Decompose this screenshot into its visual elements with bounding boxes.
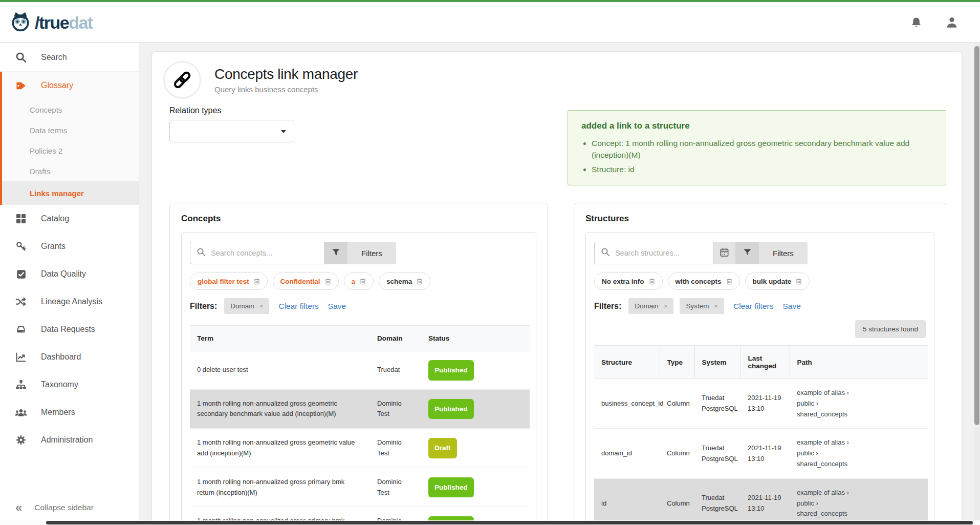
chip-label: global filter test (198, 278, 249, 285)
sidebar-item-taxonomy[interactable]: Taxonomy (0, 371, 139, 398)
structures-search-box (594, 242, 713, 264)
topbar: /truedat (0, 0, 980, 43)
trash-icon[interactable] (726, 278, 732, 285)
relation-types-select[interactable] (169, 120, 294, 142)
relation-types-field: Relation types (169, 106, 294, 142)
page-header: Concepts link manager Query links busine… (163, 61, 358, 99)
close-icon[interactable]: × (714, 302, 718, 310)
concept-table-row[interactable]: 1 month rolling non-annualized gross geo… (190, 429, 530, 468)
structure-name-cell[interactable]: id (594, 478, 660, 525)
structures-panel-title: Structures (585, 214, 934, 224)
trash-icon[interactable] (254, 278, 260, 285)
status-badge: Published (428, 360, 474, 381)
structure-filter-chip[interactable]: with concepts (668, 272, 740, 290)
sidebar-item-label: Administration (41, 435, 93, 445)
calendar-icon (720, 247, 729, 259)
chip-label: No extra info (602, 278, 644, 285)
active-filter-chip[interactable]: System × (680, 298, 724, 314)
structure-path-breadcrumb[interactable]: example of alias › public › shared_conce… (790, 478, 928, 525)
structure-path-breadcrumb[interactable]: example of alias › public › shared_conce… (790, 379, 928, 429)
structure-path-breadcrumb[interactable]: example of alias › public › shared_conce… (790, 429, 928, 478)
sidebar-item-search[interactable]: Search (0, 43, 139, 72)
sidebar-item-members[interactable]: Members (0, 398, 139, 426)
concept-domain-cell: Truedat (370, 351, 421, 390)
structures-filters-button[interactable]: Filters (759, 242, 808, 264)
structures-filter-icon-button[interactable] (735, 242, 759, 264)
sidebar-item-glossary[interactable]: Glossary (2, 72, 139, 99)
structures-filter-box: Filters No extra info with concepts (585, 232, 934, 525)
concepts-filters-button[interactable]: Filters (347, 242, 396, 264)
chevron-down-icon (281, 130, 286, 133)
structures-search-row: Filters (594, 242, 926, 264)
page-title: Concepts link manager (214, 66, 358, 82)
success-alert: added a link to a structure Concept: 1 m… (568, 110, 946, 185)
sidebar-item-dashboard[interactable]: Dashboard (0, 343, 139, 371)
users-icon (14, 407, 28, 418)
concept-filter-chip[interactable]: schema (379, 272, 430, 290)
sidebar-item-data-requests[interactable]: Data Requests (0, 316, 139, 343)
sidebar-item-administration[interactable]: Administration (0, 426, 139, 454)
horizontal-scrollbar-thumb[interactable] (46, 521, 973, 524)
sidebar-item-data-terms[interactable]: Data terms (2, 120, 139, 140)
user-icon[interactable] (945, 16, 959, 29)
concepts-search-input[interactable] (211, 249, 318, 257)
concept-term-cell[interactable]: 1 month rolling non-annualized gross geo… (190, 429, 370, 468)
save-filters-link[interactable]: Save (782, 302, 800, 311)
chip-label: schema (386, 278, 412, 285)
collapse-sidebar-button[interactable]: « Collapse sidebar (0, 496, 139, 519)
truedat-logo[interactable]: /truedat (9, 10, 93, 35)
concept-domain-cell: Dominio Test (370, 429, 421, 468)
structure-table-row[interactable]: id Column Truedat PostgreSQL 2021-11-19 … (594, 478, 928, 525)
concept-term-cell[interactable]: 1 month rolling non-annualized gross geo… (190, 389, 370, 429)
collapse-sidebar-label: Collapse sidebar (34, 503, 93, 512)
bell-icon[interactable] (910, 16, 923, 29)
sidebar-item-concepts[interactable]: Concepts (2, 99, 139, 120)
structure-filter-chip[interactable]: No extra info (594, 272, 663, 290)
sidebar-item-data-quality[interactable]: Data Quality (0, 260, 139, 288)
tray-icon (14, 324, 28, 335)
sidebar-item-policies-2[interactable]: Policies 2 (2, 140, 139, 161)
chart-icon (14, 351, 28, 363)
concept-term-cell[interactable]: 0 delete user test (190, 351, 370, 390)
vertical-scrollbar-thumb[interactable] (974, 46, 979, 425)
structure-table-row[interactable]: domain_id Column Truedat PostgreSQL 2021… (594, 429, 928, 478)
concepts-panel-title: Concepts (181, 214, 536, 224)
active-filter-chip[interactable]: Domain × (628, 298, 673, 314)
clear-filters-link[interactable]: Clear filters (733, 302, 773, 311)
save-filters-link[interactable]: Save (328, 302, 346, 311)
structure-last-changed-cell: 2021-11-19 13:10 (741, 429, 790, 478)
sidebar-item-links-manager[interactable]: Links manager (2, 181, 139, 205)
sidebar-item-grants[interactable]: Grants (0, 233, 139, 260)
structure-name-cell[interactable]: domain_id (594, 429, 660, 478)
trash-icon[interactable] (325, 278, 331, 285)
concept-filter-chip[interactable]: a (344, 272, 374, 290)
trash-icon[interactable] (796, 278, 802, 285)
concept-term-cell[interactable]: 1 month rolling non-annualized gross pri… (190, 468, 370, 507)
sidebar-item-lineage-analysis[interactable]: Lineage Analysis (0, 288, 139, 316)
close-icon[interactable]: × (259, 302, 264, 310)
concept-table-row[interactable]: 1 month rolling non-annualized gross pri… (190, 468, 530, 507)
trash-icon[interactable] (360, 278, 366, 285)
structure-table-row[interactable]: business_concept_id Column Truedat Postg… (594, 379, 928, 429)
close-icon[interactable]: × (664, 302, 668, 310)
sidebar-item-label: Taxonomy (41, 380, 78, 389)
concept-filter-chip[interactable]: Confidential (273, 272, 339, 290)
concept-table-row[interactable]: 1 month rolling non-annualized gross geo… (190, 389, 530, 429)
column-header-path: Path (790, 346, 928, 379)
trash-icon[interactable] (417, 278, 423, 285)
grid-icon (14, 214, 28, 224)
structure-filter-chip[interactable]: bulk update (745, 272, 810, 290)
concept-filter-chip[interactable]: global filter test (190, 272, 268, 290)
structures-count-badge: 5 structures found (855, 320, 926, 338)
concept-table-row[interactable]: 0 delete user test Truedat Published (190, 351, 530, 390)
alert-item: Structure: id (592, 163, 932, 175)
sidebar-item-drafts[interactable]: Drafts (2, 161, 139, 181)
clear-filters-link[interactable]: Clear filters (278, 302, 318, 311)
active-filter-chip[interactable]: Domain × (224, 298, 269, 314)
concepts-filter-icon-button[interactable] (324, 242, 347, 264)
structure-name-cell[interactable]: business_concept_id (594, 379, 660, 429)
trash-icon[interactable] (649, 278, 655, 285)
structures-search-input[interactable] (615, 249, 707, 257)
structures-calendar-button[interactable] (713, 242, 735, 264)
sidebar-item-catalog[interactable]: Catalog (0, 205, 139, 233)
